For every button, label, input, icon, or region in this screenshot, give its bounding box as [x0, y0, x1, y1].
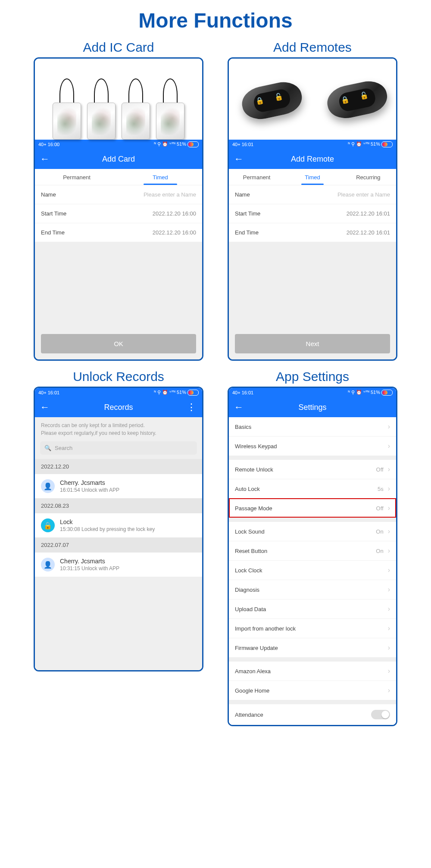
- page-title: More Functions: [26, 9, 405, 32]
- end-time-row[interactable]: End Time 2022.12.20 16:00: [35, 223, 202, 242]
- record-item[interactable]: 👤Cherry. Jcsmarts16:01:54 Unlock with AP…: [35, 474, 202, 498]
- settings-value: On: [376, 528, 383, 535]
- keyfob-icon: [51, 78, 82, 140]
- heading-ic-card: Add IC Card: [83, 40, 154, 55]
- phone-ic-card: 40+ 16:00 ᴺ ⚲ ⏰ ᵛᴾᴺ 51% ← Add Card Perma…: [34, 57, 203, 361]
- back-button[interactable]: ←: [234, 402, 244, 413]
- settings-label: Import from another lock: [235, 625, 296, 632]
- more-menu-icon[interactable]: ⋮: [187, 403, 196, 412]
- name-row[interactable]: Name Please enter a Name: [35, 185, 202, 204]
- settings-row[interactable]: Remote UnlockOff›: [229, 460, 396, 479]
- record-detail: 10:31:15 Unlock with APP: [60, 565, 119, 571]
- records-hint: Records can be only kept for a limited p…: [35, 417, 202, 440]
- app-bar: ← Add Remote: [229, 149, 396, 169]
- settings-label: Attendance: [235, 712, 263, 718]
- toggle-switch[interactable]: [371, 710, 390, 719]
- record-item[interactable]: 🔒Lock15:30:08 Locked by pressing the loc…: [35, 513, 202, 537]
- app-bar: ← Records ⋮: [35, 397, 202, 417]
- settings-row[interactable]: Passage ModeOff›: [229, 498, 396, 518]
- settings-row[interactable]: Lock SoundOn›: [229, 522, 396, 541]
- battery-icon: [381, 141, 393, 147]
- name-label: Name: [41, 191, 56, 198]
- settings-label: Diagnosis: [235, 587, 259, 593]
- ok-button[interactable]: OK: [41, 334, 196, 353]
- name-row[interactable]: Name Please enter a Name: [229, 185, 396, 204]
- settings-row[interactable]: Lock Clock›: [229, 560, 396, 580]
- chevron-right-icon: ›: [388, 667, 390, 675]
- settings-row[interactable]: Wireless Keypad›: [229, 436, 396, 456]
- end-time-row[interactable]: End Time 2022.12.20 16:01: [229, 223, 396, 242]
- date-header: 2022.08.23: [35, 498, 202, 513]
- status-bar: 40+ 16:01 ᴺ ⚲ ⏰ ᵛᴾᴺ 51%: [229, 388, 396, 397]
- settings-list: Basics›Wireless Keypad›Remote UnlockOff›…: [229, 417, 396, 725]
- settings-row[interactable]: Auto Lock5s›: [229, 479, 396, 498]
- start-time-value: 2022.12.20 16:00: [153, 210, 196, 217]
- search-icon: 🔍: [44, 445, 51, 451]
- avatar-icon: 👤: [41, 558, 55, 571]
- chevron-right-icon: ›: [388, 605, 390, 613]
- settings-label: Reset Button: [235, 548, 267, 554]
- status-icons: ᴺ ⚲ ⏰ ᵛᴾᴺ 51%: [348, 390, 393, 396]
- record-item[interactable]: 👤Cherry. Jcsmarts10:31:15 Unlock with AP…: [35, 553, 202, 577]
- start-time-row[interactable]: Start Time 2022.12.20 16:01: [229, 204, 396, 223]
- back-button[interactable]: ←: [40, 402, 50, 413]
- settings-row[interactable]: Firmware Update›: [229, 638, 396, 657]
- settings-label: Basics: [235, 424, 251, 430]
- name-input[interactable]: Please enter a Name: [337, 191, 390, 198]
- date-header: 2022.12.20: [35, 459, 202, 474]
- tab-recurring[interactable]: Recurring: [340, 169, 396, 185]
- heading-remotes: Add Remotes: [273, 40, 352, 55]
- settings-row[interactable]: Basics›: [229, 417, 396, 436]
- record-name: Cherry. Jcsmarts: [60, 479, 119, 486]
- settings-row[interactable]: Amazon Alexa›: [229, 662, 396, 681]
- chevron-right-icon: ›: [388, 465, 390, 473]
- settings-label: Wireless Keypad: [235, 443, 277, 450]
- settings-label: Remote Unlock: [235, 466, 273, 473]
- keyfob-icon: [86, 78, 117, 140]
- appbar-title: Add Card: [35, 155, 202, 164]
- name-input[interactable]: Please enter a Name: [144, 191, 196, 198]
- settings-row[interactable]: Diagnosis›: [229, 580, 396, 599]
- settings-label: Auto Lock: [235, 486, 260, 492]
- chevron-right-icon: ›: [388, 423, 390, 431]
- records-list: 2022.12.20👤Cherry. Jcsmarts16:01:54 Unlo…: [35, 459, 202, 577]
- end-time-value: 2022.12.20 16:01: [347, 229, 390, 236]
- settings-value: On: [376, 548, 383, 554]
- tab-timed[interactable]: Timed: [119, 169, 202, 185]
- battery-icon: [187, 141, 199, 147]
- record-name: Lock: [60, 518, 155, 525]
- tab-permanent[interactable]: Permanent: [229, 169, 284, 185]
- settings-row[interactable]: Upload Data›: [229, 599, 396, 618]
- back-button[interactable]: ←: [234, 153, 244, 165]
- avatar-icon: 👤: [41, 479, 55, 493]
- start-time-label: Start Time: [41, 210, 66, 217]
- tab-permanent[interactable]: Permanent: [35, 169, 119, 185]
- settings-label: Amazon Alexa: [235, 668, 271, 674]
- chevron-right-icon: ›: [388, 528, 390, 535]
- status-bar: 40+ 16:01 ᴺ ⚲ ⏰ ᵛᴾᴺ 51%: [229, 140, 396, 149]
- back-button[interactable]: ←: [40, 153, 50, 165]
- settings-row[interactable]: Import from another lock›: [229, 618, 396, 638]
- settings-value: 5s: [378, 486, 384, 492]
- tab-timed[interactable]: Timed: [284, 169, 340, 185]
- settings-row[interactable]: Google Home›: [229, 681, 396, 700]
- start-time-value: 2022.12.20 16:01: [347, 210, 390, 217]
- status-time: 40+ 16:01: [38, 390, 59, 395]
- settings-row[interactable]: Reset ButtonOn›: [229, 541, 396, 560]
- status-bar: 40+ 16:01 ᴺ ⚲ ⏰ ᵛᴾᴺ 51%: [35, 388, 202, 397]
- settings-row[interactable]: Attendance: [229, 704, 396, 725]
- keyfob-icon: [120, 78, 151, 140]
- remote-fob-icon: [239, 78, 305, 122]
- chevron-right-icon: ›: [388, 624, 390, 632]
- next-button[interactable]: Next: [235, 334, 390, 353]
- settings-label: Passage Mode: [235, 505, 272, 512]
- search-input[interactable]: 🔍 Search: [40, 441, 197, 455]
- remote-product-image: [229, 59, 396, 140]
- start-time-label: Start Time: [235, 210, 260, 217]
- status-time: 40+ 16:01: [232, 142, 253, 147]
- record-detail: 16:01:54 Unlock with APP: [60, 487, 119, 493]
- search-placeholder: Search: [55, 445, 72, 451]
- start-time-row[interactable]: Start Time 2022.12.20 16:00: [35, 204, 202, 223]
- status-time: 40+ 16:00: [38, 142, 59, 147]
- keyfob-icon: [155, 78, 186, 140]
